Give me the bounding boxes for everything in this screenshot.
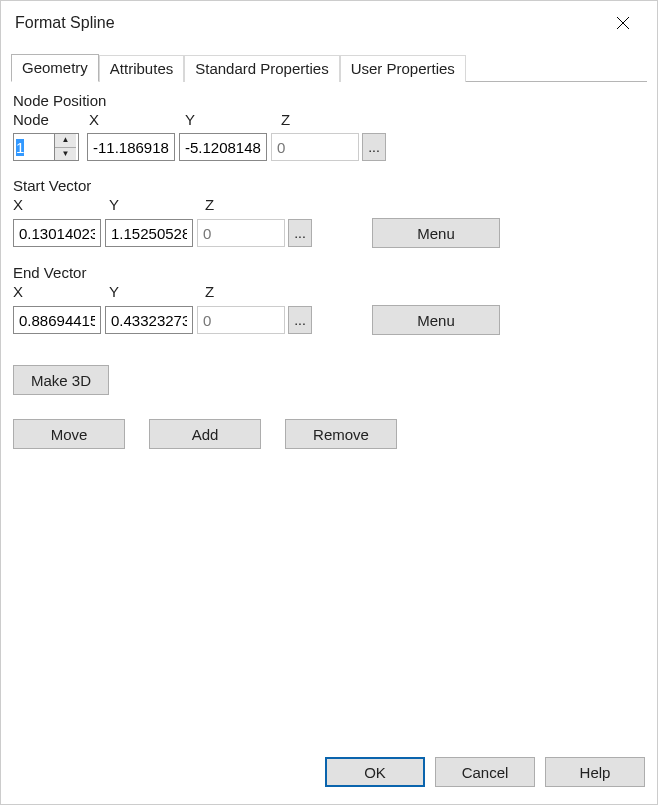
sv-ellipsis-button[interactable]: ... bbox=[288, 219, 312, 247]
start-vector-fields: ... Menu bbox=[13, 218, 647, 248]
make-3d-button[interactable]: Make 3D bbox=[13, 365, 109, 395]
ev-x-field[interactable] bbox=[13, 306, 101, 334]
node-position-fields: ▲ ▼ ... bbox=[13, 133, 647, 161]
node-spin-up[interactable]: ▲ bbox=[55, 134, 76, 148]
dialog-window: Format Spline Geometry Attributes Standa… bbox=[0, 0, 658, 805]
ev-y-field[interactable] bbox=[105, 306, 193, 334]
ev-z-label: Z bbox=[205, 283, 301, 303]
tabstrip: Geometry Attributes Standard Properties … bbox=[11, 53, 647, 82]
add-button[interactable]: Add bbox=[149, 419, 261, 449]
close-button[interactable] bbox=[603, 3, 643, 43]
node-label: Node bbox=[13, 111, 89, 131]
move-button[interactable]: Move bbox=[13, 419, 125, 449]
ev-menu-button[interactable]: Menu bbox=[372, 305, 500, 335]
sv-x-field[interactable] bbox=[13, 219, 101, 247]
node-position-labels: Node X Y Z bbox=[13, 111, 647, 131]
sv-z-field bbox=[197, 219, 285, 247]
node-x-label: X bbox=[89, 111, 185, 131]
dialog-title: Format Spline bbox=[15, 14, 603, 32]
sv-menu-button[interactable]: Menu bbox=[372, 218, 500, 248]
node-z-label: Z bbox=[281, 111, 377, 131]
tab-geometry[interactable]: Geometry bbox=[11, 54, 99, 82]
start-vector-heading: Start Vector bbox=[13, 177, 647, 194]
node-action-row: Move Add Remove bbox=[13, 419, 647, 449]
sv-z-label: Z bbox=[205, 196, 301, 216]
ev-x-label: X bbox=[13, 283, 109, 303]
node-y-field[interactable] bbox=[179, 133, 267, 161]
start-vector-labels: X Y Z bbox=[13, 196, 647, 216]
titlebar: Format Spline bbox=[1, 1, 657, 45]
node-input[interactable] bbox=[14, 134, 54, 160]
ev-y-label: Y bbox=[109, 283, 205, 303]
end-vector-labels: X Y Z bbox=[13, 283, 647, 303]
node-z-field bbox=[271, 133, 359, 161]
help-button[interactable]: Help bbox=[545, 757, 645, 787]
remove-button[interactable]: Remove bbox=[285, 419, 397, 449]
ev-ellipsis-button[interactable]: ... bbox=[288, 306, 312, 334]
node-stepper[interactable]: ▲ ▼ bbox=[13, 133, 79, 161]
sv-x-label: X bbox=[13, 196, 109, 216]
dialog-footer: OK Cancel Help bbox=[1, 752, 657, 804]
sv-y-label: Y bbox=[109, 196, 205, 216]
ev-z-field bbox=[197, 306, 285, 334]
node-spin-down[interactable]: ▼ bbox=[55, 148, 76, 161]
node-ellipsis-button[interactable]: ... bbox=[362, 133, 386, 161]
node-spin: ▲ ▼ bbox=[54, 134, 76, 160]
tab-standard-properties[interactable]: Standard Properties bbox=[184, 55, 339, 82]
dialog-content: Geometry Attributes Standard Properties … bbox=[1, 45, 657, 752]
ok-button[interactable]: OK bbox=[325, 757, 425, 787]
node-y-label: Y bbox=[185, 111, 281, 131]
tab-attributes[interactable]: Attributes bbox=[99, 55, 184, 82]
tab-user-properties[interactable]: User Properties bbox=[340, 55, 466, 82]
node-x-field[interactable] bbox=[87, 133, 175, 161]
end-vector-fields: ... Menu bbox=[13, 305, 647, 335]
close-icon bbox=[616, 16, 630, 30]
end-vector-heading: End Vector bbox=[13, 264, 647, 281]
node-position-heading: Node Position bbox=[13, 92, 647, 109]
sv-y-field[interactable] bbox=[105, 219, 193, 247]
cancel-button[interactable]: Cancel bbox=[435, 757, 535, 787]
